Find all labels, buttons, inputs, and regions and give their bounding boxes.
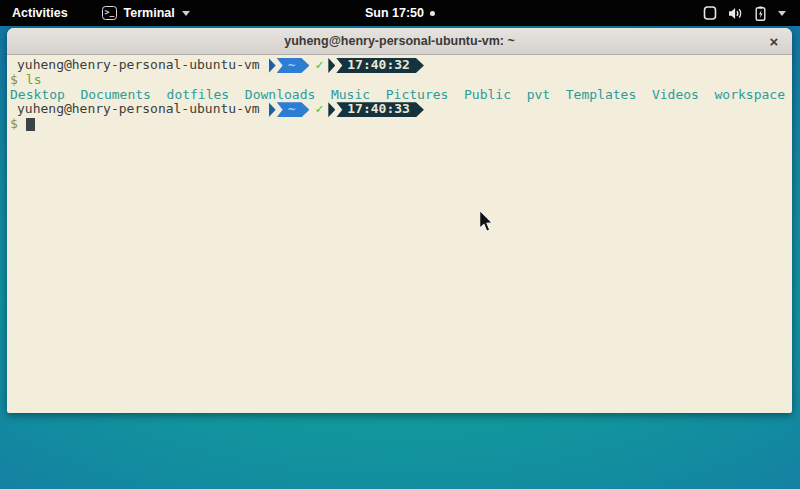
powerline-arrow-icon [328, 58, 335, 73]
status-check-icon: ✓ [315, 102, 323, 117]
terminal-icon: >_ [102, 6, 117, 20]
directory-entry: workspace [715, 87, 785, 102]
terminal-body[interactable]: yuheng@henry-personal-ubuntu-vm ~ ✓ 17:4… [7, 55, 792, 132]
command-text: ls [26, 73, 42, 88]
app-menu-label: Terminal [124, 6, 175, 20]
text-cursor [26, 118, 35, 131]
prompt-char: $ [10, 73, 18, 88]
clock-label: Sun 17:50 [365, 6, 424, 20]
directory-entry: Public [464, 87, 511, 102]
status-check-icon: ✓ [315, 58, 323, 73]
notification-dot [430, 11, 435, 16]
chevron-down-icon [182, 11, 190, 16]
command-line: $ ls [10, 73, 789, 88]
prompt-line: yuheng@henry-personal-ubuntu-vm ~ ✓ 17:4… [10, 58, 789, 73]
prompt-line: yuheng@henry-personal-ubuntu-vm ~ ✓ 17:4… [10, 102, 789, 117]
volume-icon [728, 7, 743, 20]
screen-icon [703, 6, 717, 20]
ls-output: Desktop Documents dotfiles Downloads Mus… [10, 88, 789, 103]
top-bar: Activities >_ Terminal Sun 17:50 [0, 0, 800, 26]
close-button[interactable]: × [762, 28, 786, 54]
directory-entry: Videos [652, 87, 699, 102]
powerline-arrow-icon [269, 58, 276, 73]
powerline-arrow-icon [269, 102, 276, 117]
directory-entry: Music [331, 87, 370, 102]
battery-charging-icon [754, 6, 767, 21]
app-menu-button[interactable]: >_ Terminal [102, 0, 190, 26]
directory-entry: Downloads [245, 87, 315, 102]
cwd-label: ~ [277, 58, 310, 73]
system-menu-button[interactable] [697, 0, 792, 26]
prompt-user: yuheng@henry-personal-ubuntu-vm [17, 58, 260, 73]
directory-entry: Templates [566, 87, 636, 102]
prompt-char: $ [10, 117, 18, 132]
directory-entry: Pictures [386, 87, 449, 102]
cwd-segment: ~ [269, 58, 310, 73]
prompt-time: 17:40:32 [336, 58, 424, 73]
mouse-cursor-icon [478, 209, 494, 233]
clock-button[interactable]: Sun 17:50 [365, 0, 435, 26]
time-segment: 17:40:33 [328, 102, 424, 117]
directory-entry: Desktop [10, 87, 65, 102]
desktop: { "topbar": { "activities_label": "Activ… [0, 0, 800, 489]
activities-label: Activities [12, 6, 68, 20]
terminal-window: yuheng@henry-personal-ubuntu-vm: ~ × yuh… [7, 28, 792, 413]
chevron-down-icon [778, 11, 786, 16]
input-line: $ [10, 117, 789, 132]
window-title: yuheng@henry-personal-ubuntu-vm: ~ [284, 34, 515, 48]
directory-entry: Documents [80, 87, 150, 102]
powerline-arrow-icon [328, 102, 335, 117]
activities-button[interactable]: Activities [0, 0, 80, 26]
cwd-segment: ~ [269, 102, 310, 117]
prompt-user: yuheng@henry-personal-ubuntu-vm [17, 102, 260, 117]
window-titlebar[interactable]: yuheng@henry-personal-ubuntu-vm: ~ × [7, 28, 792, 55]
directory-entry: dotfiles [167, 87, 230, 102]
time-segment: 17:40:32 [328, 58, 424, 73]
prompt-time: 17:40:33 [336, 102, 424, 117]
cwd-label: ~ [277, 102, 310, 117]
directory-entry: pvt [527, 87, 550, 102]
